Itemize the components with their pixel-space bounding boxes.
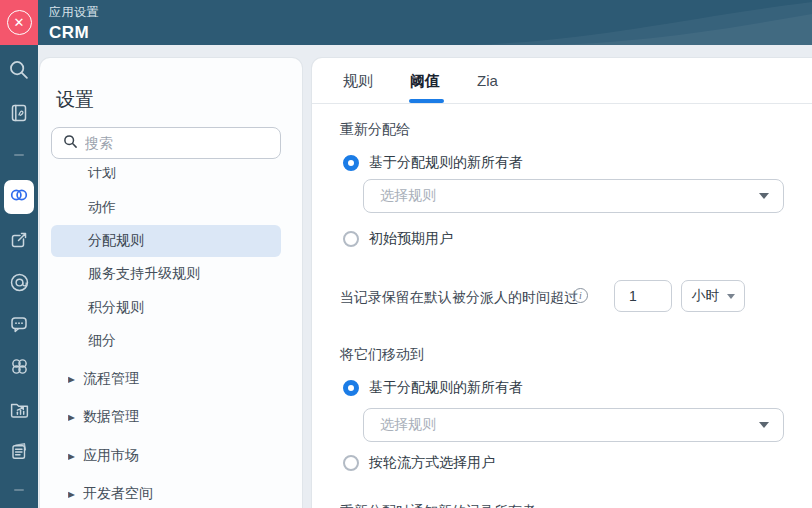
radio-selected-icon[interactable] — [343, 155, 359, 171]
rail-crm-active-button[interactable] — [4, 180, 34, 214]
sidebar-search-input[interactable] — [85, 135, 280, 151]
move-section-label: 将它们移动到 — [340, 346, 424, 364]
close-icon: ✕ — [7, 10, 32, 35]
rail-analytics-button[interactable] — [0, 392, 38, 426]
sidebar-item-label: 分配规则 — [88, 232, 144, 250]
sidebar-group-label: 开发者空间 — [83, 485, 153, 503]
sidebar-item-segments[interactable]: 细分 — [51, 325, 281, 357]
reassign-option-initial-user[interactable]: 初始预期用户 — [343, 230, 453, 248]
sidebar-group-label: 流程管理 — [83, 370, 139, 388]
radio-selected-icon[interactable] — [343, 380, 359, 396]
header-app-label: 应用设置 — [49, 4, 99, 21]
sidebar-item-plans[interactable]: 计划 — [51, 167, 281, 189]
tab-rules[interactable]: 规则 — [343, 72, 373, 91]
chevron-right-icon: ▶ — [68, 413, 75, 422]
rail-apps-button[interactable] — [0, 349, 38, 383]
pinwheel-icon — [9, 356, 30, 377]
tab-zia[interactable]: Zia — [477, 72, 498, 89]
reassign-option-rule[interactable]: 基于分配规则的新所有者 — [343, 154, 523, 172]
folder-chart-icon — [9, 399, 30, 420]
info-icon[interactable]: i — [573, 288, 588, 303]
threshold-value-input[interactable] — [614, 280, 672, 312]
header-titles: 应用设置 CRM — [49, 4, 99, 43]
move-rule-select[interactable]: 选择规则 — [363, 408, 784, 442]
sidebar-group-developer-space[interactable]: ▶ 开发者空间 — [51, 478, 281, 508]
sidebar-item-escalation-rules[interactable]: 服务支持升级规则 — [51, 258, 281, 290]
share-icon — [9, 230, 29, 250]
search-icon — [63, 134, 78, 153]
journal-icon — [9, 103, 29, 123]
chevron-down-icon — [727, 294, 735, 299]
sidebar-group-label: 应用市场 — [83, 447, 139, 465]
radio-label: 按轮流方式选择用户 — [369, 454, 495, 472]
threshold-unit-select[interactable]: 小时 — [681, 280, 745, 312]
sidebar-item-label: 服务支持升级规则 — [88, 265, 200, 283]
rail-journal-button[interactable] — [0, 96, 38, 130]
clipped-text: 重新分配时通知新的记录所有者 — [340, 501, 740, 508]
chevron-down-icon — [759, 193, 769, 199]
rail-chat-button[interactable] — [0, 307, 38, 341]
sidebar-item-label: 细分 — [88, 332, 116, 350]
icon-rail — [0, 45, 38, 508]
main-content: 规则 阈值 Zia 重新分配给 基于分配规则的新所有者 选择规则 初始预期用户 … — [312, 58, 812, 508]
settings-sidebar: 设置 计划 动作 分配规则 服务支持升级规则 积分规则 — [40, 58, 302, 508]
header-app-title: CRM — [49, 23, 99, 43]
chevron-right-icon: ▶ — [68, 375, 75, 384]
sidebar-group-label: 数据管理 — [83, 408, 139, 426]
chevron-down-icon — [759, 422, 769, 428]
sidebar-title: 设置 — [56, 87, 94, 113]
rail-targets-button[interactable] — [0, 265, 38, 299]
header-decoration — [352, 0, 812, 45]
sidebar-group-marketplace[interactable]: ▶ 应用市场 — [51, 440, 281, 472]
app-window: ✕ 应用设置 CRM — [0, 0, 812, 508]
rail-divider-bottom — [14, 489, 24, 491]
clipped-next-line: 重新分配时通知新的记录所有者 — [340, 501, 740, 508]
radio-label: 基于分配规则的新所有者 — [369, 154, 523, 172]
sidebar-menu: 计划 动作 分配规则 服务支持升级规则 积分规则 细分 ▶ 流程管理 ▶ — [40, 167, 302, 508]
rail-divider — [14, 154, 24, 156]
at-target-icon — [9, 272, 30, 293]
sidebar-item-scoring-rules[interactable]: 积分规则 — [51, 292, 281, 324]
sidebar-group-process-management[interactable]: ▶ 流程管理 — [51, 363, 281, 395]
move-option-rule[interactable]: 基于分配规则的新所有者 — [343, 379, 523, 397]
tab-threshold[interactable]: 阈值 — [410, 72, 440, 91]
sidebar-item-label: 积分规则 — [88, 299, 144, 317]
tab-bar: 规则 阈值 Zia — [312, 58, 812, 104]
app-header: ✕ 应用设置 CRM — [0, 0, 812, 45]
chevron-right-icon: ▶ — [68, 490, 75, 499]
threshold-label: 当记录保留在默认被分派人的时间超过 — [340, 289, 578, 307]
chevron-right-icon: ▶ — [68, 452, 75, 461]
sidebar-item-actions[interactable]: 动作 — [51, 192, 281, 224]
unit-label: 小时 — [692, 287, 720, 305]
select-placeholder: 选择规则 — [380, 416, 436, 434]
rail-share-button[interactable] — [0, 223, 38, 257]
reassign-rule-select[interactable]: 选择规则 — [363, 179, 784, 213]
radio-unselected-icon[interactable] — [343, 455, 359, 471]
search-icon — [8, 59, 30, 81]
reassign-section-label: 重新分配给 — [340, 121, 410, 139]
sidebar-item-assignment-rules[interactable]: 分配规则 — [51, 225, 281, 257]
radio-label: 基于分配规则的新所有者 — [369, 379, 523, 397]
move-option-round-robin[interactable]: 按轮流方式选择用户 — [343, 454, 495, 472]
sidebar-item-label: 计划 — [88, 167, 116, 182]
close-settings-button[interactable]: ✕ — [0, 0, 38, 45]
sidebar-search-box[interactable] — [51, 127, 281, 159]
sidebar-group-data-management[interactable]: ▶ 数据管理 — [51, 401, 281, 433]
documents-icon — [9, 441, 29, 461]
select-placeholder: 选择规则 — [380, 187, 436, 205]
rail-search-button[interactable] — [0, 53, 38, 87]
radio-label: 初始预期用户 — [369, 230, 453, 248]
sidebar-item-label: 动作 — [88, 199, 116, 217]
radio-unselected-icon[interactable] — [343, 231, 359, 247]
crm-logo-icon — [9, 185, 29, 209]
active-tab-indicator — [409, 99, 444, 103]
chat-icon — [9, 314, 29, 334]
rail-documents-button[interactable] — [0, 434, 38, 468]
